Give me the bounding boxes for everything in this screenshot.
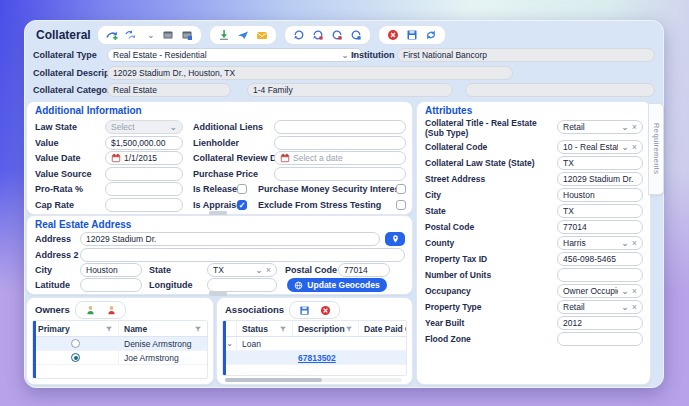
filter-funnel-icon[interactable] — [105, 325, 113, 333]
chevron-down-icon[interactable] — [621, 303, 629, 312]
window-icon[interactable] — [162, 29, 174, 41]
county-select[interactable]: Harris — [557, 236, 643, 250]
clear-icon[interactable] — [632, 123, 637, 132]
column-header-status[interactable]: Status — [237, 321, 293, 336]
clear-icon[interactable] — [632, 143, 637, 152]
chevron-down-icon[interactable] — [621, 123, 629, 132]
value-source-field[interactable] — [105, 167, 183, 181]
street-address-field[interactable]: 12029 Stadium Dr. — [557, 172, 643, 186]
institution-field: First National Bancorp — [397, 48, 655, 62]
add-owner-person-icon[interactable] — [84, 304, 96, 316]
primary-radio[interactable] — [71, 339, 80, 348]
save-association-icon[interactable] — [298, 304, 310, 316]
attr-state-field[interactable]: TX — [557, 204, 643, 218]
is-appraised-checkbox[interactable] — [237, 200, 247, 210]
cascade-arrows-icon[interactable] — [125, 29, 137, 41]
window-edit-icon[interactable] — [181, 29, 193, 41]
chevron-down-icon[interactable] — [621, 239, 629, 248]
chevron-down-icon[interactable] — [226, 340, 233, 348]
splitter-handle[interactable] — [209, 291, 227, 296]
longitude-field[interactable] — [207, 278, 277, 292]
association-row[interactable]: 67813502 — [223, 351, 406, 365]
chevron-down-icon[interactable] — [255, 266, 263, 275]
scrollbar-thumb[interactable] — [225, 378, 322, 382]
nav-next-icon[interactable] — [331, 29, 343, 41]
download-icon[interactable] — [218, 29, 230, 41]
chevron-down-icon[interactable] — [341, 51, 349, 60]
flood-zone-field[interactable] — [557, 332, 643, 346]
primary-radio[interactable] — [71, 353, 80, 362]
collateral-law-state-field[interactable]: TX — [557, 156, 643, 170]
state-select[interactable]: TX — [207, 263, 277, 277]
filter-funnel-icon[interactable] — [345, 325, 353, 333]
number-of-units-field[interactable] — [557, 268, 643, 282]
nav-last-icon[interactable] — [350, 29, 362, 41]
toolbar-group-record — [378, 25, 446, 45]
column-header-primary[interactable]: Primary — [33, 321, 119, 336]
column-header-name[interactable]: Name — [119, 321, 207, 336]
value-date-field[interactable]: 1/1/2015 — [105, 151, 183, 165]
relationship-arrows-plus-icon[interactable] — [106, 29, 118, 41]
column-header-date-paid[interactable]: Date Paid O — [359, 321, 406, 336]
attr-postal-code-field[interactable]: 77014 — [557, 220, 643, 234]
collateral-review-date-field[interactable]: Select a date — [274, 151, 406, 165]
owner-row[interactable]: Denise Armstrong — [33, 337, 207, 351]
delete-association-icon[interactable] — [319, 304, 331, 316]
city-field[interactable]: Houston — [80, 263, 142, 277]
pro-rata-field[interactable] — [105, 182, 183, 196]
refresh-icon[interactable] — [425, 29, 437, 41]
cap-rate-field[interactable] — [105, 198, 183, 212]
horizontal-scrollbar[interactable] — [225, 378, 402, 382]
attribute-row: Property Type Retail — [417, 300, 650, 314]
column-header-description[interactable]: Description — [293, 321, 359, 336]
attr-city-field[interactable]: Houston — [557, 188, 643, 202]
save-icon[interactable] — [406, 29, 418, 41]
collateral-code-select[interactable]: 10 - Real Estate — [557, 140, 643, 154]
clear-icon[interactable] — [632, 287, 637, 296]
chevron-down-icon[interactable] — [169, 123, 177, 132]
chevron-down-icon[interactable] — [621, 143, 629, 152]
owners-header-row: Primary Name — [33, 321, 207, 337]
address2-field[interactable] — [80, 248, 405, 262]
remove-owner-person-icon[interactable] — [105, 304, 117, 316]
map-pin-button[interactable] — [385, 232, 405, 246]
association-group-row[interactable]: Loan — [223, 337, 406, 351]
property-tax-id-field[interactable]: 456-098-5465 — [557, 252, 643, 266]
tab-requirements[interactable]: Requirements — [648, 103, 664, 195]
calendar-icon[interactable] — [280, 153, 290, 163]
calendar-icon[interactable] — [111, 153, 121, 163]
exclude-stress-checkbox[interactable] — [396, 200, 406, 210]
value-field[interactable]: $1,500,000.00 — [105, 136, 183, 150]
update-geocodes-button[interactable]: Update Geocodes — [287, 278, 387, 292]
collateral-title-select[interactable]: Retail — [557, 120, 643, 134]
mail-icon[interactable] — [256, 29, 268, 41]
lienholder-field[interactable] — [274, 136, 406, 150]
send-icon[interactable] — [237, 29, 249, 41]
property-type-select[interactable]: Retail — [557, 300, 643, 314]
clear-icon[interactable] — [632, 303, 637, 312]
nav-previous-icon[interactable] — [312, 29, 324, 41]
collateral-type-select[interactable]: Real Estate - Residential — [107, 48, 363, 62]
cancel-icon[interactable] — [387, 29, 399, 41]
purchase-price-field[interactable] — [274, 167, 406, 181]
clear-icon[interactable] — [632, 239, 637, 248]
postal-code-field[interactable]: 77014 — [338, 263, 390, 277]
clear-icon[interactable] — [266, 266, 271, 275]
year-built-field[interactable]: 2012 — [557, 316, 643, 330]
address-field[interactable]: 12029 Stadium Dr. — [80, 232, 380, 246]
pmsi-checkbox[interactable] — [396, 184, 406, 194]
occupancy-select[interactable]: Owner Occupied — [557, 284, 643, 298]
additional-liens-field[interactable] — [274, 120, 406, 134]
owner-row[interactable]: Joe Armstrong — [33, 351, 207, 365]
chevron-down-icon[interactable] — [147, 31, 155, 40]
law-state-select[interactable]: Select — [105, 120, 183, 134]
latitude-field[interactable] — [80, 278, 142, 292]
is-released-checkbox[interactable] — [237, 184, 247, 194]
nav-first-icon[interactable] — [293, 29, 305, 41]
filter-funnel-icon[interactable] — [194, 325, 202, 333]
state-label: State — [149, 263, 171, 277]
association-link[interactable]: 67813502 — [298, 353, 336, 363]
chevron-down-icon[interactable] — [621, 287, 629, 296]
is-released-label: Is Released — [193, 182, 243, 196]
filter-funnel-icon[interactable] — [279, 325, 287, 333]
